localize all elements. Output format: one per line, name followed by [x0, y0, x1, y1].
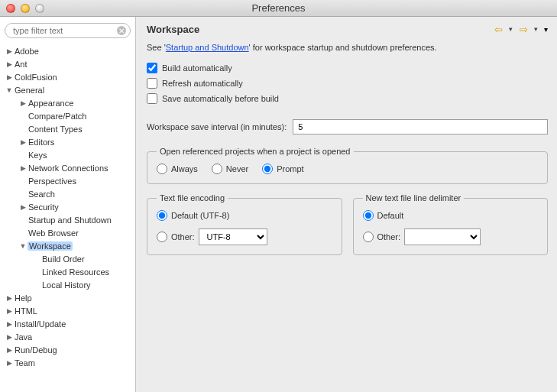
encoding-fieldset: Text file encoding Default (UTF-8) Other… — [147, 193, 342, 255]
open-ref-never[interactable]: Never — [212, 164, 248, 174]
tree-item-html[interactable]: ▶HTML — [3, 304, 135, 317]
chevron-right-icon: ▶ — [18, 203, 28, 211]
tree-item-install-update[interactable]: ▶Install/Update — [3, 317, 135, 330]
titlebar: Preferences — [0, 0, 557, 17]
minimize-window-button[interactable] — [21, 4, 30, 13]
open-referenced-fieldset: Open referenced projects when a project … — [147, 147, 548, 184]
save-interval-label: Workspace save interval (in minutes): — [147, 122, 287, 131]
save-before-build-check[interactable]: Save automatically before build — [147, 93, 548, 104]
chevron-right-icon: ▶ — [5, 333, 14, 341]
tree-item-general[interactable]: ▼General — [3, 83, 135, 96]
delimiter-default[interactable]: Default — [363, 210, 539, 221]
back-menu-icon[interactable]: ▾ — [509, 25, 513, 33]
encoding-select[interactable]: UTF-8 — [199, 228, 267, 245]
tree-item-startup-shutdown[interactable]: Startup and Shutdown — [3, 213, 135, 226]
preferences-tree: ▶Adobe ▶Ant ▶ColdFusion ▼General ▶Appear… — [0, 43, 135, 375]
clear-filter-icon[interactable]: ✕ — [117, 26, 126, 35]
forward-menu-icon[interactable]: ▾ — [534, 25, 538, 33]
chevron-right-icon: ▶ — [18, 138, 28, 146]
tree-item-appearance[interactable]: ▶Appearance — [3, 96, 135, 109]
content-pane: Workspace ⇦▾ ⇨▾ ▾ See 'Startup and Shutd… — [136, 17, 557, 392]
tree-item-compare-patch[interactable]: Compare/Patch — [3, 109, 135, 122]
build-automatically-checkbox[interactable] — [147, 63, 157, 73]
chevron-down-icon: ▼ — [5, 86, 14, 94]
tree-item-network-connections[interactable]: ▶Network Connections — [3, 161, 135, 174]
encoding-other[interactable]: Other: — [157, 232, 195, 242]
open-ref-always[interactable]: Always — [157, 164, 198, 174]
tree-item-security[interactable]: ▶Security — [3, 200, 135, 213]
save-before-build-checkbox[interactable] — [147, 93, 157, 104]
refresh-automatically-check[interactable]: Refresh automatically — [147, 78, 548, 89]
chevron-right-icon: ▶ — [5, 346, 14, 354]
chevron-right-icon: ▶ — [5, 60, 14, 68]
chevron-down-icon: ▼ — [18, 242, 28, 250]
open-referenced-legend: Open referenced projects when a project … — [157, 147, 354, 156]
tree-item-java[interactable]: ▶Java — [3, 330, 135, 343]
chevron-right-icon: ▶ — [5, 320, 14, 328]
zoom-window-button[interactable] — [35, 4, 44, 13]
chevron-right-icon: ▶ — [18, 164, 28, 172]
delimiter-legend: New text file line delimiter — [363, 193, 465, 202]
tree-item-keys[interactable]: Keys — [3, 148, 135, 161]
tree-item-team[interactable]: ▶Team — [3, 356, 135, 369]
save-interval-input[interactable] — [293, 119, 548, 134]
view-menu-icon[interactable]: ▾ — [544, 25, 548, 34]
tree-item-search[interactable]: Search — [3, 187, 135, 200]
tree-item-perspectives[interactable]: Perspectives — [3, 174, 135, 187]
encoding-default[interactable]: Default (UTF-8) — [157, 210, 332, 221]
sidebar: ✕ ▶Adobe ▶Ant ▶ColdFusion ▼General ▶Appe… — [0, 17, 136, 392]
tree-item-linked-resources[interactable]: Linked Resources — [3, 265, 135, 278]
chevron-right-icon: ▶ — [5, 47, 14, 55]
page-title: Workspace — [147, 24, 199, 35]
chevron-right-icon: ▶ — [5, 307, 14, 315]
chevron-right-icon: ▶ — [5, 294, 14, 302]
tree-item-web-browser[interactable]: Web Browser — [3, 226, 135, 239]
delimiter-select[interactable] — [404, 228, 481, 245]
startup-shutdown-link[interactable]: Startup and Shutdown — [166, 43, 249, 52]
page-description: See 'Startup and Shutdown' for workspace… — [147, 40, 548, 63]
chevron-right-icon: ▶ — [18, 99, 28, 107]
delimiter-other[interactable]: Other: — [363, 232, 401, 242]
tree-item-coldfusion[interactable]: ▶ColdFusion — [3, 70, 135, 83]
tree-item-local-history[interactable]: Local History — [3, 278, 135, 291]
tree-item-workspace[interactable]: ▼Workspace — [3, 239, 135, 252]
filter-input[interactable] — [5, 23, 131, 38]
close-window-button[interactable] — [6, 4, 15, 13]
chevron-right-icon: ▶ — [5, 359, 14, 367]
nav-arrows: ⇦▾ ⇨▾ ▾ — [491, 23, 548, 35]
tree-item-build-order[interactable]: Build Order — [3, 252, 135, 265]
chevron-right-icon: ▶ — [5, 73, 14, 81]
tree-item-editors[interactable]: ▶Editors — [3, 135, 135, 148]
tree-item-run-debug[interactable]: ▶Run/Debug — [3, 343, 135, 356]
delimiter-fieldset: New text file line delimiter Default Oth… — [353, 193, 549, 255]
tree-item-ant[interactable]: ▶Ant — [3, 57, 135, 70]
tree-item-content-types[interactable]: Content Types — [3, 122, 135, 135]
open-ref-prompt[interactable]: Prompt — [262, 164, 303, 174]
window-title: Preferences — [0, 2, 557, 14]
back-button[interactable]: ⇦ — [491, 23, 506, 35]
refresh-automatically-checkbox[interactable] — [147, 78, 157, 89]
forward-button[interactable]: ⇨ — [516, 23, 531, 35]
build-automatically-check[interactable]: Build automatically — [147, 63, 548, 73]
tree-item-adobe[interactable]: ▶Adobe — [3, 44, 135, 57]
traffic-lights — [0, 4, 44, 13]
tree-item-help[interactable]: ▶Help — [3, 291, 135, 304]
encoding-legend: Text file encoding — [157, 193, 228, 202]
